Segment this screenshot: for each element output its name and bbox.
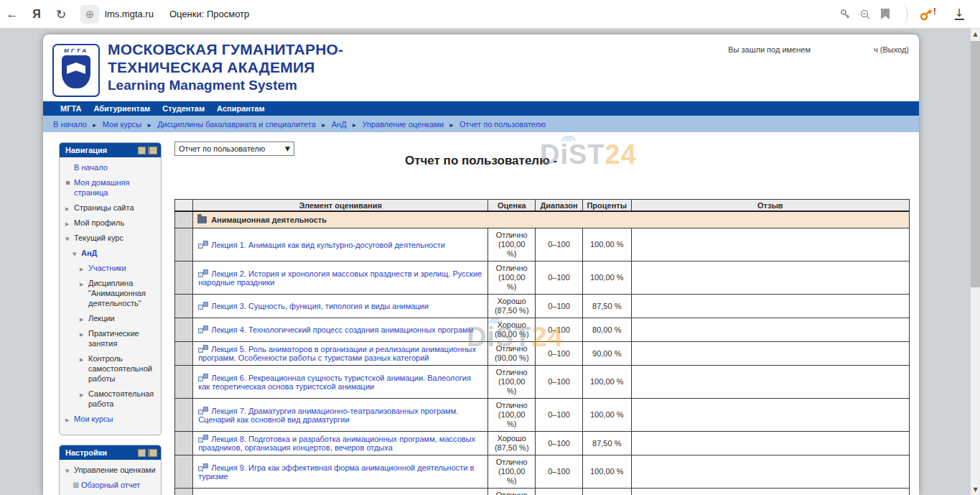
- navigation-item[interactable]: Лекции: [62, 313, 158, 323]
- main-menu-item[interactable]: Студентам: [162, 104, 205, 113]
- tree-toggle-icon[interactable]: [80, 315, 83, 325]
- breadcrumb-link[interactable]: Управление оценками: [347, 120, 444, 129]
- site-title: МОСКОВСКАЯ ГУМАНИТАРНО- ТЕХНИЧЕСКАЯ АКАД…: [108, 40, 343, 94]
- navigation-item[interactable]: Самостоятельная работа: [62, 389, 158, 409]
- range-cell: 0–100: [536, 295, 583, 318]
- grade-item-link[interactable]: Лекция 9. Игра как эффективная форма ани…: [198, 463, 474, 481]
- grade-item-row: Лекция 8. Подготовка и разработка анимац…: [175, 432, 910, 455]
- breadcrumb-link[interactable]: АнД: [316, 120, 347, 129]
- grade-item-link[interactable]: Лекция 7. Драматургия анимационно-театра…: [198, 407, 458, 424]
- tree-toggle-icon[interactable]: [65, 204, 69, 214]
- navigation-item[interactable]: Участники: [62, 263, 158, 273]
- site-title-line2: ТЕХНИЧЕСКАЯ АКАДЕМИЯ: [108, 58, 343, 76]
- percent-cell: 87,50 %: [582, 432, 631, 455]
- breadcrumb-link[interactable]: Мои курсы: [87, 120, 141, 129]
- header-feedback: Отзыв: [631, 200, 909, 212]
- main-menu-bar: МГТА Абитуриентам Студентам Аспирантам: [43, 101, 919, 116]
- breadcrumb-link[interactable]: В начало: [53, 120, 87, 129]
- tree-toggle-icon[interactable]: [65, 234, 69, 244]
- reload-button[interactable]: ↻: [49, 7, 73, 22]
- range-cell: 0–100: [536, 366, 583, 399]
- mgta-logo[interactable]: МГТА: [52, 44, 100, 97]
- feedback-cell: [631, 455, 909, 489]
- bookmark-icon[interactable]: [875, 4, 895, 24]
- tree-toggle-icon[interactable]: [65, 219, 69, 229]
- navigation-block-header: Навигация: [60, 143, 161, 157]
- navigation-item[interactable]: Страницы сайта: [62, 203, 158, 213]
- toolbar-separator: [895, 2, 908, 27]
- percent-cell: 80,00 %: [582, 318, 631, 342]
- grade-item-row: Лекция 4. Технологический процесс создан…: [175, 318, 910, 342]
- settings-item[interactable]: Обзорный отчет: [62, 480, 158, 490]
- header-range: Диапазон: [536, 200, 583, 212]
- main-menu-item[interactable]: МГТА: [60, 104, 81, 113]
- back-button[interactable]: ←: [0, 7, 24, 22]
- main-menu-item[interactable]: Аспирантам: [217, 104, 264, 113]
- collapse-block-icon[interactable]: [138, 147, 146, 154]
- scrollbar-thumb[interactable]: [971, 41, 980, 287]
- grade-item-row: Лекция 1. Анимация как вид культурно-дос…: [175, 228, 910, 262]
- range-cell: 0–100: [536, 432, 583, 455]
- tree-toggle-icon[interactable]: [73, 249, 76, 259]
- navigation-item[interactable]: Мой профиль: [62, 218, 158, 228]
- report-type-value: Отчет по пользователю: [179, 144, 265, 153]
- grade-item-link[interactable]: Лекция 5. Роль аниматоров в организации …: [198, 345, 476, 362]
- navigation-item[interactable]: Моя домашняя страница: [62, 177, 158, 198]
- tree-toggle-icon[interactable]: [80, 279, 83, 290]
- grade-item-link[interactable]: Лекция 8. Подготовка и разработка анимац…: [198, 435, 475, 452]
- grade-item-link[interactable]: Лекция 3. Сущность, функция, типология и…: [211, 302, 429, 310]
- password-key-icon[interactable]: [835, 4, 855, 24]
- tree-toggle-icon[interactable]: [80, 355, 83, 365]
- breadcrumb-link[interactable]: Дисциплины бакалавриата и специалитета: [141, 120, 316, 129]
- header-item: Элемент оценивания: [193, 200, 488, 212]
- navigation-block: Навигация В начало Моя домашняя страница…: [59, 142, 162, 435]
- navigation-item[interactable]: Контроль самостоятельной работы: [62, 353, 158, 384]
- tree-toggle-icon[interactable]: [73, 481, 79, 492]
- feedback-cell: [631, 366, 909, 399]
- feedback-cell: [631, 489, 909, 495]
- navigation-item[interactable]: АнД: [62, 248, 158, 258]
- scroll-down-icon[interactable]: ▼: [971, 486, 980, 493]
- tree-toggle-icon[interactable]: [65, 415, 69, 425]
- dock-block-icon[interactable]: [148, 147, 157, 154]
- breadcrumb: В начало Мои курсы Дисциплины бакалавриа…: [43, 116, 919, 132]
- tree-toggle-icon[interactable]: [65, 466, 69, 476]
- tree-toggle-icon[interactable]: [80, 330, 83, 340]
- grade-item-icon: [198, 241, 208, 249]
- scroll-up-icon[interactable]: ▲: [971, 31, 980, 37]
- site-title-line1: МОСКОВСКАЯ ГУМАНИТАРНО-: [108, 40, 343, 58]
- category-row: Анимационная деятельность: [175, 211, 910, 228]
- site-info-icon[interactable]: ⊕: [80, 5, 99, 24]
- tree-toggle-icon[interactable]: [65, 179, 70, 190]
- logout-link[interactable]: ч (Выход): [874, 45, 909, 54]
- logo-abbr: МГТА: [54, 47, 98, 54]
- address-url[interactable]: lms.mgta.ru: [105, 9, 154, 19]
- navigation-tree: В начало Моя домашняя страница Страницы …: [60, 157, 161, 435]
- breadcrumb-link[interactable]: Отчет по пользователю: [444, 120, 546, 129]
- vertical-scrollbar[interactable]: ▲ ▼: [971, 29, 980, 495]
- grade-item-row: Лекция 3. Сущность, функция, типология и…: [175, 295, 910, 318]
- collapse-block-icon[interactable]: [138, 449, 146, 457]
- navigation-item-label: Контроль самостоятельной работы: [88, 354, 152, 383]
- grade-item-link[interactable]: Лекция 1. Анимация как вид культурно-дос…: [211, 241, 445, 249]
- password-alert-icon[interactable]: !: [915, 4, 937, 24]
- main-menu-item[interactable]: Абитуриентам: [93, 104, 150, 113]
- navigation-item[interactable]: Практические занятия: [62, 328, 158, 348]
- navigation-item-label: Практические занятия: [88, 329, 139, 348]
- download-icon[interactable]: ↓: [948, 9, 970, 20]
- navigation-item[interactable]: Дисциплина "Анимационная деятельность": [62, 278, 158, 308]
- grade-item-icon: [198, 325, 208, 333]
- zoom-search-icon[interactable]: [855, 4, 875, 24]
- navigation-item-label: Страницы сайта: [74, 203, 134, 212]
- grade-item-link[interactable]: Лекция 6. Рекреационная сущность туристс…: [198, 374, 471, 391]
- navigation-item[interactable]: В начало: [62, 162, 158, 172]
- navigation-item[interactable]: Мои курсы: [62, 414, 158, 424]
- dock-block-icon[interactable]: [148, 449, 157, 457]
- navigation-item[interactable]: Текущий курс: [62, 233, 158, 243]
- tree-toggle-icon[interactable]: [80, 390, 83, 400]
- tree-toggle-icon[interactable]: [80, 264, 83, 274]
- grade-item-link[interactable]: Лекция 2. История и хронология массовых …: [198, 269, 482, 287]
- grade-item-link[interactable]: Лекция 4. Технологический процесс создан…: [211, 325, 473, 334]
- yandex-browser-icon[interactable]: Я: [24, 8, 49, 21]
- settings-item[interactable]: Управление оценками: [62, 465, 158, 475]
